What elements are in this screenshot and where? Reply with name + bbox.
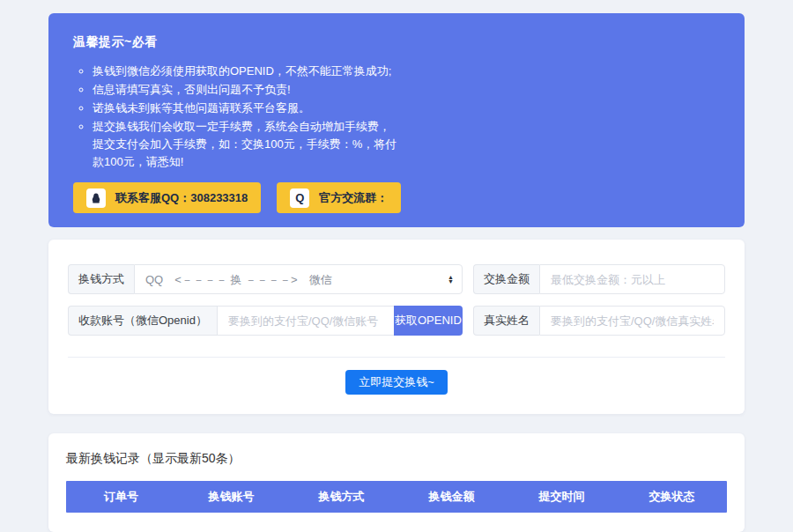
page: 温馨提示~必看 换钱到微信必须使用获取的OPENID，不然不能正常换成功; 信息… bbox=[0, 0, 793, 532]
column-amount: 换钱金额 bbox=[396, 489, 507, 505]
method-label: 换钱方式 bbox=[68, 264, 134, 294]
official-group-label: 官方交流群： bbox=[319, 190, 388, 206]
exchange-form: 换钱方式 QQ <－－－－ 换 －－－－> 微信 ▲▼ 交换金额 收款账号（微信… bbox=[68, 264, 725, 336]
exchange-form-card: 换钱方式 QQ <－－－－ 换 －－－－> 微信 ▲▼ 交换金额 收款账号（微信… bbox=[48, 240, 745, 414]
records-table-header: 订单号 换钱账号 换钱方式 换钱金额 提交时间 交换状态 bbox=[66, 481, 727, 513]
notice-title: 温馨提示~必看 bbox=[73, 34, 720, 50]
contact-support-label: 联系客服QQ：308233318 bbox=[115, 190, 248, 206]
column-order-id: 订单号 bbox=[66, 489, 176, 505]
submit-exchange-button[interactable]: 立即提交换钱~ bbox=[345, 370, 448, 395]
column-account: 换钱账号 bbox=[176, 489, 286, 505]
contact-support-qq-button[interactable]: 联系客服QQ：308233318 bbox=[73, 182, 261, 213]
realname-label: 真实姓名 bbox=[473, 306, 539, 336]
realname-field-group: 真实姓名 bbox=[473, 306, 725, 336]
qq-penguin-icon bbox=[86, 188, 106, 208]
method-select[interactable]: QQ <－－－－ 换 －－－－> 微信 bbox=[134, 264, 463, 294]
column-submit-time: 提交时间 bbox=[507, 489, 617, 505]
official-group-button[interactable]: Q 官方交流群： bbox=[277, 182, 401, 213]
q-letter-icon: Q bbox=[290, 188, 309, 208]
method-select-wrap: QQ <－－－－ 换 －－－－> 微信 ▲▼ bbox=[134, 264, 463, 294]
get-openid-button[interactable]: 获取OPENID bbox=[394, 306, 463, 336]
amount-field-group: 交换金额 bbox=[473, 264, 725, 294]
column-method: 换钱方式 bbox=[286, 489, 396, 505]
amount-input[interactable] bbox=[539, 264, 725, 294]
account-field-group: 收款账号（微信Openid） 获取OPENID bbox=[68, 306, 463, 336]
notice-item: 诺换钱未到账等其他问题请联系平台客服。 bbox=[93, 100, 401, 117]
method-field-group: 换钱方式 QQ <－－－－ 换 －－－－> 微信 ▲▼ bbox=[68, 264, 463, 294]
realname-input[interactable] bbox=[539, 306, 725, 336]
notice-item: 提交换钱我们会收取一定手续费，系统会自动增加手续费，提交支付会加入手续费，如：交… bbox=[93, 118, 401, 171]
submit-row: 立即提交换钱~ bbox=[68, 370, 725, 395]
notice-item: 换钱到微信必须使用获取的OPENID，不然不能正常换成功; bbox=[93, 63, 401, 80]
account-label: 收款账号（微信Openid） bbox=[68, 306, 217, 336]
notice-buttons: 联系客服QQ：308233318 Q 官方交流群： bbox=[73, 182, 720, 213]
notice-list: 换钱到微信必须使用获取的OPENID，不然不能正常换成功; 信息请填写真实，否则… bbox=[73, 63, 401, 171]
records-card: 最新换钱记录（显示最新50条） 订单号 换钱账号 换钱方式 换钱金额 提交时间 … bbox=[48, 433, 745, 532]
records-title: 最新换钱记录（显示最新50条） bbox=[66, 451, 727, 467]
notice-item: 信息请填写真实，否则出问题不予负责! bbox=[93, 81, 401, 99]
notice-banner: 温馨提示~必看 换钱到微信必须使用获取的OPENID，不然不能正常换成功; 信息… bbox=[48, 13, 745, 227]
amount-label: 交换金额 bbox=[473, 264, 539, 294]
account-input[interactable] bbox=[217, 306, 394, 336]
column-status: 交换状态 bbox=[617, 489, 727, 505]
form-divider bbox=[68, 357, 725, 358]
